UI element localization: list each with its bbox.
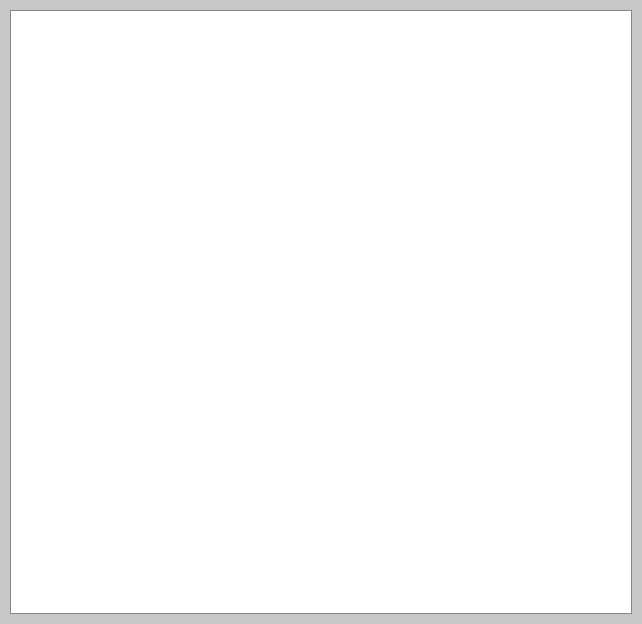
diagram-canvas: [10, 10, 632, 614]
